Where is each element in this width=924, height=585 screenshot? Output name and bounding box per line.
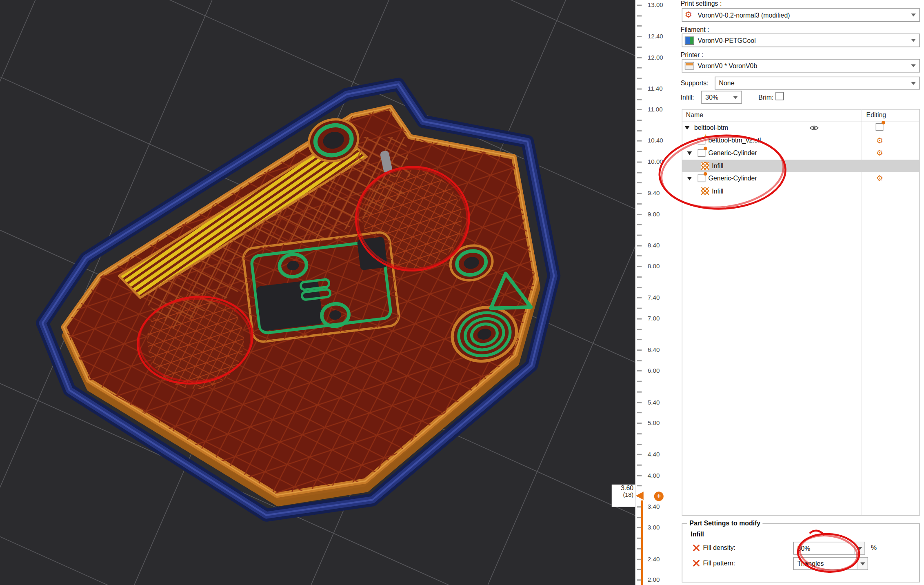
chevron-down-icon xyxy=(911,13,916,16)
printer-label: Printer : xyxy=(681,51,704,58)
percent-suffix: % xyxy=(871,544,877,551)
viewport-3d[interactable] xyxy=(0,0,636,585)
tree-row-stl[interactable]: + belttool-btm_v2.stl ⚙ xyxy=(682,134,919,147)
fill-density-select[interactable]: 80% xyxy=(793,542,865,555)
tree-row-infill-1[interactable]: Infill xyxy=(682,160,919,172)
print-settings-label: Print settings : xyxy=(681,0,722,7)
fill-density-row: Fill density: 80% % xyxy=(682,542,919,555)
fill-density-label: Fill density: xyxy=(703,544,735,551)
fill-density-value: 80% xyxy=(794,542,854,554)
printer-select[interactable]: VoronV0 * VoronV0b xyxy=(682,59,920,72)
right-panel: Print settings : ⚙ VoronV0-0.2-normal3 (… xyxy=(681,0,924,585)
supports-label: Supports: xyxy=(681,80,709,87)
chevron-down-icon[interactable] xyxy=(857,558,867,569)
tree-row-label: Infill xyxy=(712,187,723,194)
center-pocket xyxy=(242,231,400,343)
layer-slider-handle[interactable] xyxy=(636,492,644,500)
print-settings-value: VoronV0-0.2-normal3 (modified) xyxy=(694,11,911,18)
remove-setting-icon[interactable] xyxy=(693,560,700,567)
filament-color-swatch xyxy=(685,36,694,44)
gear-icon: ⚙ xyxy=(685,11,694,20)
layer-slider-track xyxy=(641,500,643,585)
printer-value: VoronV0 * VoronV0b xyxy=(694,62,911,69)
modifier-icon xyxy=(698,174,706,182)
add-color-change-button[interactable]: + xyxy=(654,492,664,501)
supports-select[interactable]: None xyxy=(715,77,920,90)
chevron-down-icon xyxy=(911,39,916,42)
remove-setting-icon[interactable] xyxy=(693,545,700,551)
caret-down-icon[interactable] xyxy=(685,126,690,130)
tree-row-label: belttool-btm_v2.stl xyxy=(709,136,761,143)
object-tree: Name Editing belttool-btm + belttool-btm… xyxy=(682,109,920,516)
tree-row-cylinder-1[interactable]: Generic-Cylinder ⚙ xyxy=(682,147,919,160)
tree-row-object[interactable]: belttool-btm xyxy=(682,121,919,134)
infill-value: 30% xyxy=(704,94,733,101)
tree-row-label: Generic-Cylinder xyxy=(709,149,757,156)
filament-label: Filament : xyxy=(681,26,709,33)
fill-pattern-select[interactable]: Triangles xyxy=(793,557,868,570)
filament-select[interactable]: VoronV0-PETGCool xyxy=(682,33,920,47)
infill-icon xyxy=(701,162,709,169)
brim-label: Brim: xyxy=(758,94,773,101)
tree-row-label: belttool-btm xyxy=(694,124,728,131)
fill-pattern-row: Fill pattern: Triangles xyxy=(682,557,919,570)
filament-value: VoronV0-PETGCool xyxy=(694,37,911,44)
column-editing: Editing xyxy=(866,111,886,118)
print-settings-select[interactable]: ⚙ VoronV0-0.2-normal3 (modified) xyxy=(682,8,920,22)
tree-row-cylinder-2[interactable]: Generic-Cylinder ⚙ xyxy=(682,172,919,185)
chevron-down-icon xyxy=(733,96,738,99)
tree-row-label: Infill xyxy=(712,162,723,169)
fill-pattern-label: Fill pattern: xyxy=(703,559,735,566)
stl-part-icon: + xyxy=(698,136,706,144)
infill-label: Infill: xyxy=(681,94,694,101)
eye-icon[interactable] xyxy=(809,125,819,131)
chevron-down-icon xyxy=(911,82,916,85)
layer-number-value: (18) xyxy=(612,492,633,498)
layer-height-value: 3.60 xyxy=(612,485,633,492)
infill-select[interactable]: 30% xyxy=(701,91,742,104)
tree-row-infill-2[interactable]: Infill xyxy=(682,185,919,198)
modifier-icon xyxy=(698,149,706,157)
infill-icon xyxy=(701,187,709,195)
part-settings-group: Part Settings to modify Infill Fill dens… xyxy=(682,523,920,582)
gear-icon[interactable]: ⚙ xyxy=(876,136,883,145)
gear-icon[interactable]: ⚙ xyxy=(876,174,883,183)
chevron-down-icon[interactable] xyxy=(854,542,864,554)
lattice-tab xyxy=(351,137,410,178)
brim-checkbox[interactable] xyxy=(775,92,784,100)
chevron-down-icon xyxy=(911,64,916,67)
caret-down-icon[interactable] xyxy=(687,177,692,180)
gear-icon[interactable]: ⚙ xyxy=(876,149,883,158)
caret-down-icon[interactable] xyxy=(687,151,692,155)
printer-icon xyxy=(685,62,694,70)
layer-slider[interactable]: 13.0012.4012.0011.4011.0010.4010.009.409… xyxy=(635,0,683,585)
object-tree-header: Name Editing xyxy=(682,110,919,122)
layer-value-tooltip: 3.60 (18) xyxy=(612,485,635,507)
tree-row-label: Generic-Cylinder xyxy=(709,174,757,181)
app-window: 3.60 (18) 13.0012.4012.0011.4011.0010.40… xyxy=(0,0,924,585)
fill-pattern-value: Triangles xyxy=(794,558,857,569)
modifier-badge-icon[interactable] xyxy=(876,123,884,131)
infill-section-title: Infill xyxy=(691,531,704,538)
part-settings-group-title: Part Settings to modify xyxy=(687,519,763,526)
column-name: Name xyxy=(686,111,703,118)
supports-value: None xyxy=(718,80,911,87)
